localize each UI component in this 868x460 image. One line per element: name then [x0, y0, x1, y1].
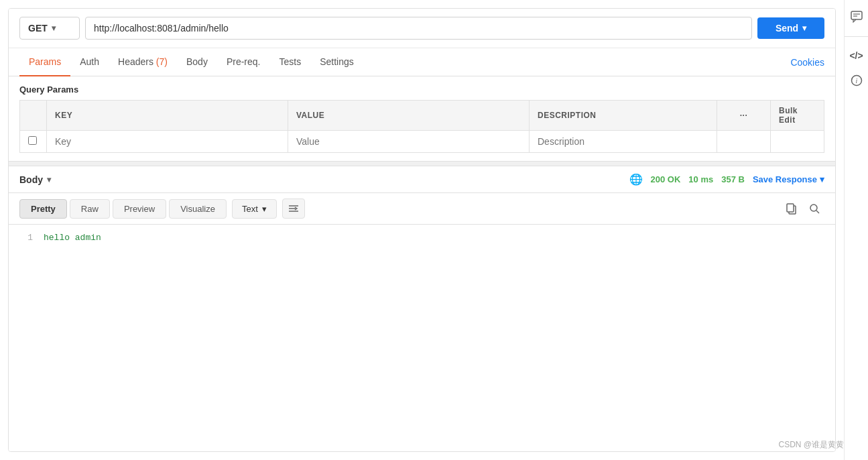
key-col-header: KEY: [47, 101, 288, 131]
sidebar-divider: [845, 36, 868, 37]
desc-col-header: DESCRIPTION: [530, 101, 717, 131]
wrap-button[interactable]: [282, 198, 305, 219]
response-section: Body ▾ 🌐 200 OK 10 ms 357 B Save Respons…: [9, 166, 835, 451]
params-table: KEY VALUE DESCRIPTION ··· Bulk Edit: [19, 100, 824, 153]
format-chevron-icon: ▾: [262, 204, 267, 214]
line-number: 1: [19, 233, 33, 443]
description-input[interactable]: [538, 136, 708, 147]
query-params-section: Query Params KEY VALUE DESCRIPTION ··· B…: [9, 76, 835, 153]
body-label: Body: [19, 174, 43, 185]
body-chevron-icon: ▾: [47, 175, 51, 184]
row-description[interactable]: [530, 131, 717, 153]
tab-headers[interactable]: Headers (7): [109, 48, 177, 76]
checkbox-col-header: [20, 101, 47, 131]
value-input[interactable]: [296, 136, 521, 147]
globe-icon: 🌐: [629, 173, 643, 186]
response-text: hello admin: [44, 233, 101, 443]
value-col-header: VALUE: [288, 101, 530, 131]
format-dropdown[interactable]: Text ▾: [232, 199, 277, 219]
row-actions: [717, 131, 771, 153]
status-code: 200 OK: [651, 174, 681, 184]
tab-settings[interactable]: Settings: [310, 48, 363, 76]
copy-button[interactable]: [782, 198, 802, 219]
cookies-link[interactable]: Cookies: [790, 49, 824, 76]
wrap-icon: [288, 204, 299, 213]
response-body-tabs: Pretty Raw Preview Visualize Text ▾: [9, 193, 835, 225]
svg-rect-4: [787, 204, 794, 212]
response-header: Body ▾ 🌐 200 OK 10 ms 357 B Save Respons…: [9, 166, 835, 193]
watermark: CSDN @谁是黄黄: [778, 439, 844, 451]
search-button[interactable]: [804, 198, 824, 219]
table-row: [20, 131, 824, 153]
svg-rect-7: [851, 11, 862, 19]
row-key[interactable]: [47, 131, 288, 153]
response-size: 357 B: [721, 174, 745, 184]
resp-tab-preview[interactable]: Preview: [113, 199, 166, 219]
info-icon[interactable]: i: [851, 74, 863, 87]
code-icon[interactable]: </>: [849, 50, 863, 61]
svg-point-5: [810, 205, 817, 211]
tab-params[interactable]: Params: [19, 48, 70, 76]
headers-badge: (7): [156, 56, 168, 67]
resp-tab-visualize[interactable]: Visualize: [169, 199, 227, 219]
query-params-title: Query Params: [19, 84, 824, 95]
method-label: GET: [28, 23, 48, 34]
bulk-edit-header[interactable]: Bulk Edit: [771, 101, 824, 131]
resp-tab-raw[interactable]: Raw: [70, 199, 110, 219]
right-sidebar: </> i: [844, 0, 868, 460]
tab-prereq[interactable]: Pre-req.: [217, 48, 270, 76]
response-time: 10 ms: [688, 174, 713, 184]
url-input[interactable]: [85, 17, 752, 40]
actions-col-header: ···: [717, 101, 771, 131]
request-tabs-row: Params Auth Headers (7) Body Pre-req. Te…: [9, 48, 835, 76]
send-label: Send: [776, 23, 798, 34]
comment-icon[interactable]: [851, 11, 863, 23]
row-checkbox[interactable]: [20, 131, 47, 153]
tab-auth[interactable]: Auth: [70, 48, 109, 76]
method-chevron-icon: ▾: [52, 23, 56, 33]
response-body-content: 1 hello admin: [9, 225, 835, 451]
save-response-button[interactable]: Save Response ▾: [753, 174, 824, 184]
row-value[interactable]: [288, 131, 530, 153]
search-icon: [808, 203, 820, 215]
url-bar: GET ▾ Send ▾: [9, 9, 835, 48]
body-dropdown[interactable]: Body ▾: [19, 174, 51, 185]
format-label: Text: [242, 204, 258, 214]
send-button[interactable]: Send ▾: [757, 17, 824, 39]
row-bulk: [771, 131, 824, 153]
tab-tests[interactable]: Tests: [269, 48, 310, 76]
tab-body[interactable]: Body: [177, 48, 217, 76]
send-chevron-icon: ▾: [802, 23, 806, 33]
resp-tab-pretty[interactable]: Pretty: [19, 199, 67, 219]
key-input[interactable]: [55, 136, 280, 147]
svg-text:i: i: [855, 77, 857, 84]
save-response-chevron-icon: ▾: [820, 174, 824, 184]
copy-icon: [786, 203, 798, 215]
row-checkbox-input[interactable]: [28, 136, 37, 145]
section-divider: [9, 161, 835, 166]
method-select[interactable]: GET ▾: [19, 17, 80, 40]
svg-line-6: [816, 211, 819, 213]
